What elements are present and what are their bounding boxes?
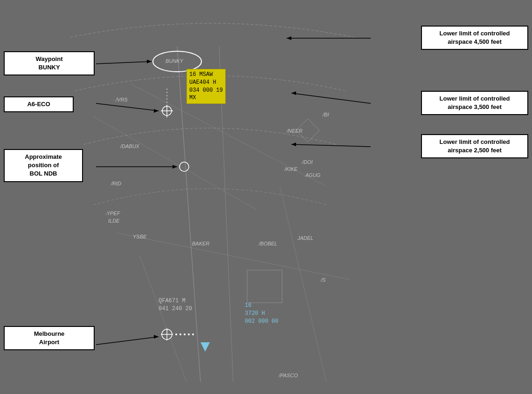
annotation-melbourne-line2: Airport — [39, 339, 59, 346]
annotation-a6eco: A6-ECO — [4, 96, 74, 112]
radar-background: BUNKY /VRS /DABUX /RID -YPEF ILDE YSBE B… — [0, 0, 532, 394]
label-dabux: /DABUX — [120, 143, 139, 149]
yellow-line1: 16 MSAW — [189, 71, 213, 78]
data-block-uae404: 16 MSAW UAE404 H 034 000 19 MX — [187, 69, 226, 104]
svg-line-2 — [93, 116, 256, 210]
svg-marker-36 — [291, 143, 296, 146]
label-baker: BAKER — [192, 241, 209, 246]
label-vrs: /VRS — [116, 97, 128, 102]
annotation-lower-limit-2500: Lower limit of controlled airspace 2,500… — [421, 134, 528, 158]
svg-line-23 — [96, 61, 152, 64]
annotation-lower-limit-3500: Lower limit of controlled airspace 3,500… — [421, 91, 528, 115]
annotation-approx-line1: Approximate — [25, 153, 62, 160]
label-ypef: -YPEF — [105, 211, 120, 216]
annotation-melbourne-airport: Melbourne Airport — [4, 326, 95, 350]
annotation-bol-ndb: Approximate position of BOL NDB — [4, 149, 83, 182]
label-agug: AGUG — [305, 172, 320, 178]
annotation-waypoint-bunky: Waypoint BUNKY — [4, 51, 95, 75]
label-bi: /BI — [323, 112, 329, 117]
svg-line-4 — [117, 233, 350, 279]
label-jadel: JADEL — [297, 235, 313, 241]
label-neer: /NEER — [287, 128, 303, 134]
annotation-bunky-line1: Waypoint — [35, 55, 62, 62]
label-s: /S — [321, 277, 325, 283]
annotation-3500-line1: Lower limit of controlled — [440, 95, 510, 102]
annotation-2500-line1: Lower limit of controlled — [440, 138, 510, 145]
label-rid: /RID — [111, 181, 121, 186]
label-bobel: /BOBEL — [259, 241, 277, 246]
annotation-approx-line2: position of — [28, 162, 59, 169]
svg-point-20 — [188, 333, 190, 335]
annotation-2500-line2: airspace 2,500 feet — [448, 147, 502, 154]
svg-marker-26 — [154, 109, 159, 113]
white-line2: 041 240 20 — [159, 306, 192, 312]
svg-point-21 — [192, 333, 194, 335]
annotation-approx-line3: BOL NDB — [30, 170, 57, 177]
blue-line3: 002 000 00 — [245, 318, 278, 325]
label-kike: /KIKE — [284, 166, 297, 172]
svg-rect-7 — [247, 270, 282, 303]
annotation-a6eco-label: A6-ECO — [27, 101, 50, 108]
label-ysbe: YSBE — [133, 234, 146, 239]
svg-line-35 — [291, 144, 371, 147]
svg-line-3 — [131, 84, 326, 186]
svg-marker-32 — [287, 36, 291, 40]
label-bunky: BUNKY — [166, 58, 183, 64]
annotation-4500-line2: airspace 4,500 feet — [448, 38, 502, 45]
annotation-melbourne-line1: Melbourne — [34, 330, 65, 337]
annotation-lower-limit-4500: Lower limit of controlled airspace 4,500… — [421, 26, 528, 50]
white-line1: QFA671 M — [159, 298, 186, 304]
yellow-line2: UAE404 H — [189, 79, 216, 86]
annotation-4500-line1: Lower limit of controlled — [440, 30, 510, 37]
svg-point-14 — [162, 329, 172, 340]
svg-point-17 — [175, 333, 177, 335]
label-pasco: /PASCO — [279, 373, 298, 378]
blue-line2: 3720 H — [245, 310, 265, 317]
svg-marker-22 — [200, 342, 210, 352]
svg-marker-30 — [154, 335, 159, 339]
data-block-qfa671: QFA671 M 041 240 20 — [159, 297, 192, 313]
svg-point-19 — [184, 333, 186, 335]
annotation-bunky-line2: BUNKY — [38, 64, 60, 71]
label-ilde: ILDE — [108, 218, 119, 224]
label-doi: /DOI — [302, 159, 313, 165]
data-block-blue: 16 3720 H 002 000 00 — [245, 302, 278, 325]
svg-line-5 — [140, 256, 187, 382]
svg-line-25 — [96, 103, 159, 111]
svg-line-33 — [291, 93, 371, 103]
svg-marker-34 — [291, 91, 296, 95]
svg-point-13 — [180, 162, 189, 171]
annotation-3500-line2: airspace 3,500 feet — [448, 103, 502, 110]
svg-point-9 — [162, 106, 172, 115]
svg-marker-28 — [173, 165, 177, 169]
svg-line-29 — [96, 337, 159, 345]
svg-line-6 — [280, 186, 326, 382]
blue-line1: 16 — [245, 302, 251, 309]
svg-marker-24 — [147, 60, 152, 63]
svg-point-18 — [180, 333, 181, 335]
yellow-line3: 034 000 19 — [189, 87, 223, 94]
yellow-line4: MX — [189, 95, 196, 101]
